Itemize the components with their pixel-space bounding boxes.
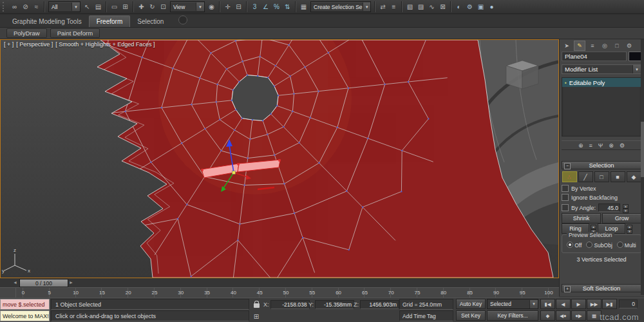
select-rotate-icon[interactable]: ↻ (147, 1, 158, 12)
previous-key-button[interactable]: ◀● (556, 310, 571, 321)
viewport-menu-view[interactable]: [ Perspective ] (16, 41, 53, 48)
object-color-swatch[interactable] (629, 52, 641, 61)
timeline-tick-45[interactable]: 45 (253, 290, 266, 296)
loop-spinner[interactable]: ▲▼ (627, 225, 632, 232)
timeline-tick-40[interactable]: 40 (227, 290, 240, 296)
timeline-tick-50[interactable]: 50 (279, 290, 292, 296)
viewport-canvas[interactable]: xyz (1, 40, 558, 278)
maxscript-listener-field[interactable]: Welcome to MAX! (0, 310, 50, 321)
spinner-snap-icon[interactable]: ⇅ (282, 1, 293, 12)
edit-named-selections-icon[interactable]: ▦ (298, 1, 309, 12)
chevron-down-icon[interactable]: ▼ (71, 3, 80, 11)
set-key-button[interactable]: Set Key (456, 310, 486, 321)
auto-key-button[interactable]: Auto Key (456, 299, 486, 309)
select-object-icon[interactable]: ↖ (82, 1, 93, 12)
ignore-backfacing-checkbox[interactable] (562, 194, 569, 201)
timeline-tick-30[interactable]: 30 (175, 290, 187, 296)
chevron-down-icon[interactable]: ▼ (529, 300, 538, 308)
selection-filter-dropdown[interactable]: All▼ (48, 1, 80, 12)
material-editor-icon[interactable]: ◐ (453, 1, 464, 12)
timeline-tick-25[interactable]: 25 (148, 290, 161, 296)
timeline-tick-5[interactable]: 5 (43, 290, 56, 296)
by-angle-checkbox[interactable] (562, 204, 569, 211)
make-unique-icon[interactable]: Ψ (598, 142, 603, 149)
configure-modifier-sets-icon[interactable]: ⚙ (620, 142, 625, 149)
slider-right-arrow-icon[interactable]: ► (69, 280, 73, 285)
chevron-down-icon[interactable]: ▼ (632, 65, 641, 73)
go-to-start-button[interactable]: ▮◀ (540, 299, 555, 309)
key-mode-toggle-button[interactable]: ◆ (540, 310, 555, 321)
tab-graphite-modeling-tools[interactable]: Graphite Modeling Tools (5, 16, 89, 27)
chevron-down-icon[interactable]: ▼ (363, 3, 371, 11)
radio-icon[interactable] (617, 242, 623, 248)
macro-recorder-field[interactable]: move $.selected (0, 299, 50, 310)
key-filters-button[interactable]: Key Filters... (487, 310, 538, 321)
create-tab-icon[interactable]: ➤ (562, 41, 572, 50)
element-mode-icon[interactable]: ◆ (627, 171, 641, 182)
next-frame-button[interactable]: ▶▶ (587, 299, 601, 309)
window-crossing-icon[interactable]: ⊞ (120, 1, 131, 12)
timeline-tick-95[interactable]: 95 (516, 290, 529, 296)
object-name-field[interactable]: Plane04 (562, 52, 627, 61)
time-slider-track[interactable]: ◄ 0 / 100 ► (0, 278, 559, 288)
slider-left-arrow-icon[interactable]: ◄ (13, 280, 17, 285)
select-and-link-icon[interactable]: ∞ (9, 1, 20, 12)
key-set-dropdown[interactable]: Selected ▼ (487, 299, 538, 309)
edge-mode-icon[interactable]: ╱ (578, 171, 593, 182)
radio-icon[interactable] (586, 242, 592, 248)
viewport-menu-plus[interactable]: [ + ] (4, 41, 14, 48)
border-mode-icon[interactable]: □ (594, 171, 609, 182)
timeline-tick-60[interactable]: 60 (332, 290, 345, 296)
named-selection-dropdown[interactable]: Create Selection Se▼ (310, 1, 371, 12)
preview-radio-subobj[interactable]: SubObj (586, 242, 612, 249)
curve-editor-icon[interactable]: ∿ (426, 1, 437, 12)
panel-scrollbar[interactable] (641, 39, 644, 295)
radio-icon[interactable] (567, 242, 573, 248)
timeline-tick-35[interactable]: 35 (201, 290, 214, 296)
add-time-tag[interactable]: Add Time Tag (399, 310, 453, 321)
select-by-name-icon[interactable]: ▤ (93, 1, 104, 12)
panel-polydraw[interactable]: PolyDraw (6, 28, 47, 38)
timeline-tick-80[interactable]: 80 (437, 290, 450, 296)
use-pivot-center-icon[interactable]: ◉ (206, 1, 217, 12)
shrink-button[interactable]: Shrink (562, 213, 601, 223)
render-production-icon[interactable]: ● (486, 1, 497, 12)
rectangular-selection-icon[interactable]: ▭ (109, 1, 120, 12)
absolute-offset-toggle-icon[interactable]: ⊞ (252, 312, 261, 321)
by-vertex-checkbox[interactable] (562, 185, 569, 192)
coord-y-field[interactable]: -15.358mm (315, 300, 354, 309)
scrollbar-thumb[interactable] (641, 122, 644, 177)
modifier-stack[interactable]: ▪ Editable Poly (562, 77, 641, 137)
timeline-tick-15[interactable]: 15 (95, 290, 108, 296)
keyboard-override-icon[interactable]: ⊟ (233, 1, 244, 12)
coord-x-field[interactable]: -2158.038 (270, 300, 310, 309)
timeline-tick-85[interactable]: 85 (464, 290, 477, 296)
viewport-menu-shading[interactable]: [ Smooth + Highlights + Edged Faces ] (55, 41, 155, 48)
modify-tab-icon[interactable]: ✎ (574, 41, 585, 51)
toolbar-grip[interactable] (3, 2, 6, 12)
render-setup-icon[interactable]: ⚙ (464, 1, 475, 12)
ribbon-options-icon[interactable] (178, 15, 187, 24)
time-slider-button[interactable]: 0 / 100 (19, 279, 68, 287)
selected-vertex[interactable] (278, 159, 280, 161)
chevron-down-icon[interactable]: ▼ (196, 3, 204, 11)
align-icon[interactable]: ≡ (388, 1, 399, 12)
reference-coordinate-dropdown[interactable]: View▼ (170, 1, 205, 12)
rollout-selection[interactable]: − Selection (562, 161, 641, 169)
timeline-tick-100[interactable]: 100 (542, 290, 555, 296)
timeline-tick-70[interactable]: 70 (384, 290, 397, 296)
display-tab-icon[interactable]: □ (612, 41, 622, 50)
next-key-button[interactable]: ●▶ (571, 310, 586, 321)
select-manipulate-icon[interactable]: ✛ (222, 1, 233, 12)
expand-icon[interactable]: + (564, 286, 571, 292)
rendered-frame-icon[interactable]: ▣ (475, 1, 486, 12)
rollout-soft-selection[interactable]: + Soft Selection (562, 284, 641, 292)
snap-toggle-3d-icon[interactable]: 3 (249, 1, 260, 12)
angle-snap-icon[interactable]: ∠ (260, 1, 271, 12)
viewcube[interactable] (506, 61, 538, 89)
select-move-icon[interactable]: ✚ (136, 1, 147, 12)
mirror-icon[interactable]: ⇄ (377, 1, 388, 12)
coord-z-field[interactable]: 1456.903m (360, 300, 399, 309)
stack-item-editable-poly[interactable]: ▪ Editable Poly (562, 78, 641, 87)
schematic-view-icon[interactable]: ⊠ (437, 1, 448, 12)
